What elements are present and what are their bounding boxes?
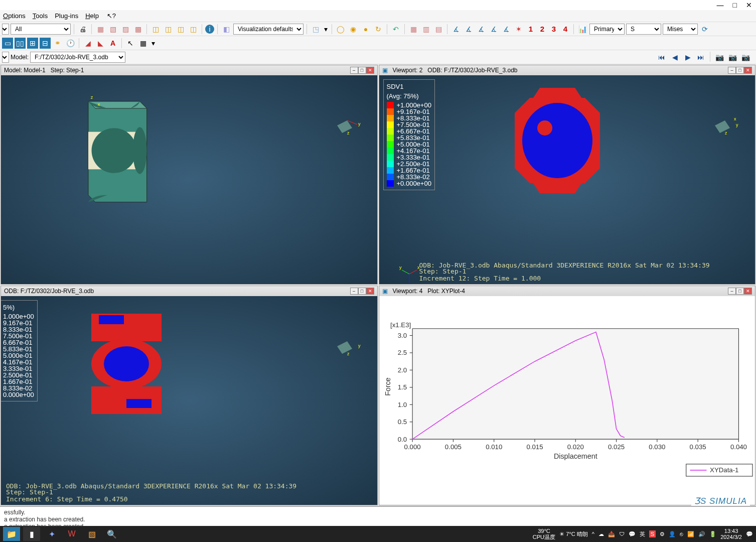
scale-icon[interactable]: 📊 bbox=[577, 24, 588, 35]
taskbar-wps-icon[interactable]: W bbox=[63, 527, 80, 541]
circle-hollow-icon[interactable]: ◯ bbox=[335, 24, 346, 35]
box-3-icon[interactable]: ◫ bbox=[175, 24, 186, 35]
menu-options[interactable]: Options bbox=[3, 12, 26, 20]
taskbar-sticky-icon[interactable]: ▧ bbox=[83, 527, 100, 541]
camera-2-icon[interactable]: 📷 bbox=[727, 52, 738, 63]
cube-trans-icon[interactable]: ◳ bbox=[310, 24, 321, 35]
translucent-icon[interactable]: ◧ bbox=[221, 24, 232, 35]
taskbar-app-icon[interactable]: ✦ bbox=[43, 527, 60, 541]
box-1-icon[interactable]: ◫ bbox=[150, 24, 161, 35]
circle-dot-icon[interactable]: ◉ bbox=[348, 24, 359, 35]
taskbar-terminal-icon[interactable]: ▮ bbox=[23, 527, 40, 541]
undo-icon[interactable]: ↶ bbox=[390, 24, 401, 35]
axis-z-icon[interactable]: ∡ bbox=[476, 24, 487, 35]
filter-dropdown[interactable]: All bbox=[11, 24, 71, 35]
grid-3-icon[interactable]: ▤ bbox=[433, 24, 444, 35]
tray-sogou-icon[interactable]: S bbox=[649, 530, 656, 537]
pane-bl-close[interactable]: ✕ bbox=[366, 288, 374, 295]
sync-icon[interactable]: ⟳ bbox=[699, 24, 710, 35]
model-path-dropdown[interactable]: F:/TZ/0302/Job-RVE_3.odb bbox=[30, 52, 125, 63]
camera-1-icon[interactable]: 📷 bbox=[714, 52, 725, 63]
triad-icon[interactable]: ✶ bbox=[513, 24, 524, 35]
tray-up-icon[interactable]: ^ bbox=[592, 531, 594, 537]
tray-onedrive-icon[interactable]: 📥 bbox=[608, 531, 615, 537]
text-a-icon[interactable]: A bbox=[107, 38, 118, 49]
variable-dropdown[interactable]: S bbox=[626, 24, 661, 35]
taskbar-search-icon[interactable]: 🔍 bbox=[103, 527, 120, 541]
first-frame-button[interactable]: ⏮ bbox=[656, 52, 667, 63]
pane-br-body[interactable]: [x1.E3] 0.0000.0050.0100.0150.0200.0250.… bbox=[379, 296, 755, 505]
pane-br-min[interactable]: – bbox=[728, 288, 736, 295]
pane-tr-close[interactable]: ✕ bbox=[744, 67, 752, 74]
print-icon[interactable]: 🖨 bbox=[77, 24, 88, 35]
weather-widget[interactable]: ☀ 7°C 晴朗 bbox=[559, 530, 588, 538]
tray-shield-icon[interactable]: 🛡 bbox=[619, 531, 625, 537]
tray-notification-icon[interactable]: 💬 bbox=[746, 531, 753, 537]
primary-dropdown[interactable]: Primary bbox=[589, 24, 625, 35]
pane-tl-body[interactable]: z x y z bbox=[1, 75, 377, 284]
cube-mesh-icon[interactable]: ▩ bbox=[132, 24, 143, 35]
pane-tl-max[interactable]: □ bbox=[358, 67, 366, 74]
tray-volume-icon[interactable]: 🔊 bbox=[698, 531, 705, 537]
pane-tr-max[interactable]: □ bbox=[736, 67, 744, 74]
menu-tools[interactable]: Tools bbox=[33, 12, 48, 20]
vis-defaults-dropdown[interactable]: Visualization defaults bbox=[233, 24, 304, 35]
pane-tr-body[interactable]: SDV1 (Avg: 75%) +1.000e+00+9.167e-01+8.3… bbox=[379, 75, 755, 284]
viewport-bottom-left[interactable]: ODB: F:/TZ/0302/Job-RVE_3.odb – □ ✕ 5%) … bbox=[1, 286, 378, 505]
menu-help[interactable]: Help bbox=[85, 12, 99, 20]
clock-icon[interactable]: 🕐 bbox=[65, 38, 76, 49]
cpu-temp-widget[interactable]: 39°CCPU温度 bbox=[533, 528, 555, 540]
prev-frame-button[interactable]: ◀ bbox=[669, 52, 680, 63]
cube-wire-icon[interactable]: ▦ bbox=[95, 24, 106, 35]
view-1-button[interactable]: 1 bbox=[526, 24, 536, 35]
query-2-icon[interactable]: ◣ bbox=[95, 38, 106, 49]
axis-x-icon[interactable]: ∡ bbox=[450, 24, 462, 35]
whats-this-icon[interactable]: ↖? bbox=[106, 11, 117, 22]
model-context-dropdown[interactable] bbox=[2, 52, 9, 63]
vp-single-icon[interactable]: ▭ bbox=[2, 38, 13, 49]
tray-wifi-icon[interactable]: 📶 bbox=[687, 531, 694, 537]
pane-bl-max[interactable]: □ bbox=[358, 288, 366, 295]
next-frame-button[interactable]: ▶ bbox=[682, 52, 693, 63]
vp-double-icon[interactable]: ▯▯ bbox=[15, 38, 26, 49]
pointer-icon[interactable]: ↖ bbox=[125, 38, 136, 49]
viewport-bottom-right[interactable]: ▣ Viewport: 4 Plot: XYPlot-4 – □ ✕ [x1.E… bbox=[379, 286, 756, 505]
grid-1-icon[interactable]: ▦ bbox=[408, 24, 419, 35]
viewport-top-right[interactable]: ▣ Viewport: 2 ODB: F:/TZ/0302/Job-RVE_3.… bbox=[379, 65, 756, 285]
pane-bl-min[interactable]: – bbox=[350, 288, 358, 295]
pane-bl-body[interactable]: 5%) 1.000e+009.167e-018.333e-017.500e-01… bbox=[1, 296, 377, 505]
cube-shade-icon[interactable]: ▨ bbox=[120, 24, 131, 35]
tray-ime-icon[interactable]: 英 bbox=[640, 530, 645, 538]
axis-xy-icon[interactable]: ∡ bbox=[488, 24, 499, 35]
taskbar-clock[interactable]: 13:432024/3/2 bbox=[720, 528, 742, 540]
viewport-top-left[interactable]: Model: Model-1 Step: Step-1 – □ ✕ bbox=[1, 65, 378, 285]
view-3-button[interactable]: 3 bbox=[549, 24, 559, 35]
close-button[interactable]: ✕ bbox=[746, 1, 752, 9]
tb2-dropdown-icon[interactable]: ▾ bbox=[150, 38, 156, 49]
camera-3-icon[interactable]: 📷 bbox=[740, 52, 751, 63]
invariant-dropdown[interactable]: Mises bbox=[663, 24, 698, 35]
view-2-button[interactable]: 2 bbox=[537, 24, 547, 35]
last-frame-button[interactable]: ⏭ bbox=[695, 52, 706, 63]
pane-tl-min[interactable]: – bbox=[350, 67, 358, 74]
pane-tr-min[interactable]: – bbox=[728, 67, 736, 74]
tray-misc-3-icon[interactable]: ⎋ bbox=[680, 531, 683, 537]
tray-misc-1-icon[interactable]: ⚙ bbox=[660, 531, 665, 537]
tray-battery-icon[interactable]: 🔋 bbox=[709, 531, 716, 537]
link-icon[interactable]: ⚭ bbox=[52, 38, 63, 49]
table-icon[interactable]: ▦ bbox=[137, 38, 148, 49]
cube-fill-icon[interactable]: ▧ bbox=[107, 24, 118, 35]
info-icon[interactable]: i bbox=[205, 25, 214, 34]
box-2-icon[interactable]: ◫ bbox=[163, 24, 174, 35]
tray-misc-2-icon[interactable]: 👤 bbox=[669, 531, 676, 537]
context-dropdown[interactable] bbox=[2, 24, 9, 35]
minimize-button[interactable]: — bbox=[717, 1, 724, 9]
taskbar-explorer-icon[interactable]: 📁 bbox=[3, 527, 20, 541]
tray-chat-icon[interactable]: 💬 bbox=[629, 531, 636, 537]
tray-cloud-icon[interactable]: ☁ bbox=[598, 531, 604, 537]
axis-y-icon[interactable]: ∡ bbox=[463, 24, 474, 35]
grid-2-icon[interactable]: ▥ bbox=[420, 24, 431, 35]
query-1-icon[interactable]: ◢ bbox=[82, 38, 93, 49]
dropdown-icon[interactable]: ▾ bbox=[323, 24, 329, 35]
box-4-icon[interactable]: ◫ bbox=[188, 24, 199, 35]
